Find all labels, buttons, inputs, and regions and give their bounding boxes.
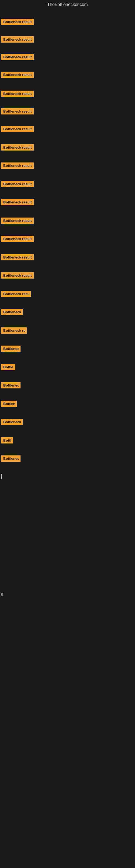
bottleneck-badge-19: Bottlenec bbox=[1, 346, 20, 352]
bottleneck-item-22: Bottlen bbox=[1, 401, 17, 408]
bottleneck-item-4: Bottleneck result bbox=[1, 72, 34, 79]
bottleneck-item-12: Bottleneck result bbox=[1, 218, 34, 225]
bottleneck-badge-13: Bottleneck result bbox=[1, 236, 34, 242]
bottleneck-badge-23: Bottleneck bbox=[1, 419, 23, 425]
bottleneck-item-1: Bottleneck result bbox=[1, 19, 34, 26]
bottleneck-item-8: Bottleneck result bbox=[1, 144, 34, 152]
bottleneck-item-7: Bottleneck result bbox=[1, 126, 34, 133]
bottleneck-badge-21: Bottlenec bbox=[1, 382, 20, 389]
bottleneck-item-3: Bottleneck result bbox=[1, 54, 34, 61]
bottleneck-badge-22: Bottlen bbox=[1, 401, 17, 407]
bottleneck-badge-18: Bottleneck re bbox=[1, 328, 27, 334]
bottleneck-item-19: Bottlenec bbox=[1, 346, 20, 353]
bottleneck-item-13: Bottleneck result bbox=[1, 236, 34, 243]
bottleneck-item-23: Bottleneck bbox=[1, 419, 23, 426]
bottleneck-item-5: Bottleneck result bbox=[1, 91, 34, 98]
bottleneck-badge-16: Bottleneck resu bbox=[1, 291, 31, 297]
bottleneck-badge-20: Bottle bbox=[1, 364, 15, 370]
bottleneck-item-24: Bottl bbox=[1, 437, 13, 444]
bottleneck-badge-9: Bottleneck result bbox=[1, 162, 34, 169]
bottleneck-badge-24: Bottl bbox=[1, 437, 13, 443]
bottleneck-badge-7: Bottleneck result bbox=[1, 126, 34, 132]
bottleneck-item-25: Bottlenec bbox=[1, 456, 20, 463]
bottleneck-item-2: Bottleneck result bbox=[1, 36, 34, 44]
bottleneck-badge-11: Bottleneck result bbox=[1, 199, 34, 205]
bottleneck-item-18: Bottleneck re bbox=[1, 328, 27, 335]
bottleneck-item-21: Bottlenec bbox=[1, 382, 20, 390]
bottleneck-item-16: Bottleneck resu bbox=[1, 291, 31, 298]
bottleneck-badge-14: Bottleneck result bbox=[1, 254, 34, 260]
bottleneck-item-20: Bottle bbox=[1, 364, 15, 371]
bottleneck-badge-3: Bottleneck result bbox=[1, 54, 34, 60]
bottleneck-item-10: Bottleneck result bbox=[1, 181, 34, 188]
bottleneck-item-6: Bottleneck result bbox=[1, 108, 34, 116]
bottleneck-badge-10: Bottleneck result bbox=[1, 181, 34, 187]
bottleneck-badge-5: Bottleneck result bbox=[1, 91, 34, 97]
site-title: TheBottlenecker.com bbox=[0, 0, 135, 9]
bottleneck-item-11: Bottleneck result bbox=[1, 199, 34, 207]
bottleneck-item-9: Bottleneck result bbox=[1, 162, 34, 170]
bottleneck-badge-15: Bottleneck result bbox=[1, 272, 34, 279]
bottleneck-item-17: Bottleneck bbox=[1, 309, 23, 316]
cursor-indicator bbox=[1, 474, 2, 479]
bottleneck-badge-25: Bottlenec bbox=[1, 456, 20, 462]
bottleneck-badge-6: Bottleneck result bbox=[1, 108, 34, 115]
bottleneck-item-15: Bottleneck result bbox=[1, 272, 34, 280]
bottleneck-badge-1: Bottleneck result bbox=[1, 19, 34, 25]
items-container: Bottleneck resultBottleneck resultBottle… bbox=[0, 9, 135, 864]
bottleneck-badge-4: Bottleneck result bbox=[1, 72, 34, 78]
bottleneck-badge-8: Bottleneck result bbox=[1, 144, 34, 151]
small-char: 0 bbox=[1, 592, 3, 596]
bottleneck-item-14: Bottleneck result bbox=[1, 254, 34, 261]
bottleneck-badge-2: Bottleneck result bbox=[1, 36, 34, 42]
bottleneck-badge-17: Bottleneck bbox=[1, 309, 23, 315]
bottleneck-badge-12: Bottleneck result bbox=[1, 218, 34, 224]
